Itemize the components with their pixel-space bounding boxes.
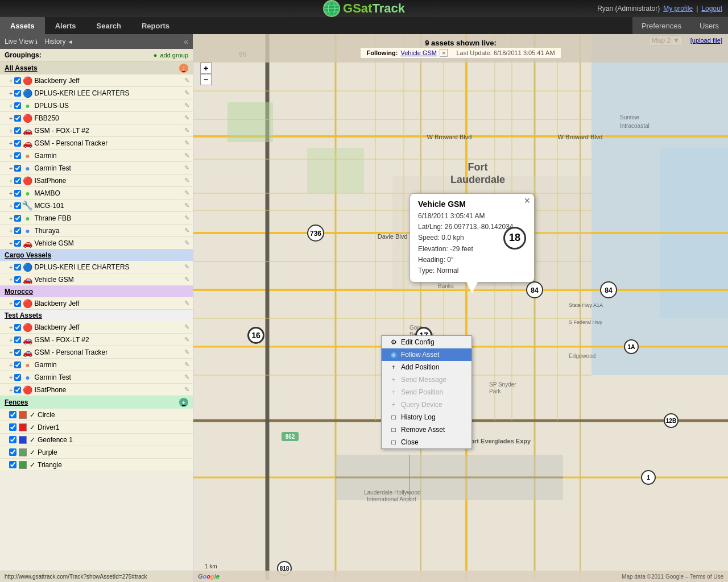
- history-button[interactable]: History ◄: [44, 38, 73, 45]
- asset-checkbox[interactable]: [14, 127, 21, 134]
- asset-mambo[interactable]: + ● MAMBO ✎: [0, 187, 193, 199]
- asset-checkbox[interactable]: [14, 140, 21, 147]
- asset-checkbox[interactable]: [14, 240, 21, 247]
- tab-search[interactable]: Search: [86, 17, 131, 34]
- edit-icon[interactable]: ✎: [184, 114, 189, 122]
- asset-checkbox[interactable]: [14, 102, 21, 109]
- edit-icon[interactable]: ✎: [184, 102, 189, 109]
- edit-icon[interactable]: ✎: [184, 89, 189, 97]
- group-header-test[interactable]: Test Assets: [0, 310, 193, 321]
- edit-icon[interactable]: ✎: [184, 386, 189, 393]
- tab-users[interactable]: Users: [690, 17, 728, 34]
- logout-link[interactable]: Logout: [701, 5, 722, 13]
- asset-checkbox[interactable]: [14, 165, 21, 172]
- edit-icon[interactable]: ✎: [184, 361, 189, 368]
- asset-checkbox[interactable]: [14, 336, 21, 343]
- asset-checkbox[interactable]: [14, 300, 21, 307]
- my-profile-link[interactable]: My profile: [663, 5, 693, 13]
- asset-checkbox[interactable]: [14, 177, 21, 184]
- fence-checkbox[interactable]: [9, 423, 16, 431]
- edit-icon[interactable]: ✎: [184, 152, 189, 159]
- fence-checkbox[interactable]: [9, 411, 16, 418]
- edit-icon[interactable]: ✎: [184, 214, 189, 222]
- asset-checkbox[interactable]: [14, 77, 21, 84]
- ctx-add-position[interactable]: + Add Position: [382, 361, 471, 373]
- fence-circle[interactable]: ✓ Circle ✎: [0, 409, 193, 421]
- ctx-close[interactable]: □ Close: [382, 436, 471, 448]
- asset-dplus-keri[interactable]: + 🔵 DPLUS-KERI LEE CHARTERS ✎: [0, 87, 193, 99]
- asset-isatphone[interactable]: + 🔴 ISatPhone ✎: [0, 174, 193, 187]
- edit-icon[interactable]: ✎: [184, 336, 189, 343]
- fence-checkbox[interactable]: [9, 448, 16, 456]
- group-header-fences[interactable]: Fences +: [0, 396, 193, 409]
- asset-checkbox[interactable]: [14, 202, 21, 209]
- edit-icon[interactable]: ✎: [184, 127, 189, 134]
- asset-checkbox[interactable]: [14, 374, 21, 381]
- asset-vehicle-gsm[interactable]: + 🚗 Vehicle GSM ✎: [0, 237, 193, 250]
- fence-purple[interactable]: ✓ Purple ✎: [0, 446, 193, 459]
- asset-checkbox[interactable]: [14, 190, 21, 197]
- zoom-in-button[interactable]: +: [200, 63, 212, 74]
- asset-checkbox[interactable]: [14, 215, 21, 222]
- following-asset-link[interactable]: Vehicle GSM: [400, 49, 437, 56]
- edit-icon[interactable]: ✎: [184, 373, 189, 381]
- asset-checkbox[interactable]: [14, 361, 21, 368]
- fences-expand-icon[interactable]: +: [179, 398, 188, 407]
- fence-driver1[interactable]: ✓ Driver1 ✎: [0, 421, 193, 434]
- ctx-remove-asset[interactable]: □ Remove Asset: [382, 423, 471, 436]
- ctx-history-log[interactable]: □ History Log: [382, 411, 471, 423]
- asset-fbb250[interactable]: + 🔴 FBB250 ✎: [0, 112, 193, 124]
- ctx-edit-config[interactable]: ⚙ Edit Config: [382, 336, 471, 348]
- fence-checkbox[interactable]: [9, 436, 16, 443]
- edit-icon[interactable]: ✎: [184, 164, 189, 172]
- test-gsm-fox[interactable]: + 🚗 GSM - FOX-LT #2 ✎: [0, 334, 193, 346]
- asset-garmin-test[interactable]: + ● Garmin Test ✎: [0, 162, 193, 174]
- test-gsm-personal[interactable]: + 🚗 GSM - Personal Tracker ✎: [0, 346, 193, 359]
- asset-thuraya[interactable]: + ● Thuraya ✎: [0, 225, 193, 237]
- edit-icon[interactable]: ✎: [184, 263, 189, 271]
- edit-icon[interactable]: ✎: [184, 227, 189, 234]
- tab-reports[interactable]: Reports: [131, 17, 180, 34]
- asset-gsm-fox[interactable]: + 🚗 GSM - FOX-LT #2 ✎: [0, 124, 193, 137]
- add-group-link[interactable]: ● add group: [154, 52, 188, 59]
- edit-icon[interactable]: ✎: [184, 177, 189, 184]
- test-isatphone[interactable]: + 🔴 ISatPhone ✎: [0, 384, 193, 396]
- asset-thrane[interactable]: + ● Thrane FBB ✎: [0, 212, 193, 225]
- edit-icon[interactable]: ✎: [184, 139, 189, 147]
- asset-checkbox[interactable]: [14, 227, 21, 234]
- asset-checkbox[interactable]: [14, 115, 21, 122]
- ctx-follow-asset[interactable]: ◉ Follow Asset: [382, 348, 471, 361]
- tab-assets[interactable]: Assets: [0, 17, 45, 34]
- asset-checkbox[interactable]: [14, 276, 21, 283]
- tab-preferences[interactable]: Preferences: [632, 17, 690, 34]
- map-marker-16[interactable]: 16: [247, 327, 264, 344]
- edit-icon[interactable]: ✎: [184, 239, 189, 247]
- map-area[interactable]: 736 736 84 84 1A 12B 1 Fort Lauderdale D…: [193, 34, 728, 582]
- asset-checkbox[interactable]: [14, 264, 21, 271]
- asset-checkbox[interactable]: [14, 324, 21, 331]
- tab-alerts[interactable]: Alerts: [45, 17, 86, 34]
- following-close-btn[interactable]: ×: [440, 49, 448, 57]
- group-expand-icon[interactable]: ↓: [179, 64, 188, 73]
- fence-checkbox[interactable]: [9, 461, 16, 468]
- asset-garmin[interactable]: + ● Garmin ✎: [0, 149, 193, 162]
- edit-icon[interactable]: ✎: [184, 276, 189, 283]
- edit-icon[interactable]: ✎: [184, 348, 189, 356]
- test-blackberry[interactable]: + 🔴 Blackberry Jeff ✎: [0, 321, 193, 334]
- collapse-sidebar-button[interactable]: «: [184, 37, 188, 46]
- group-header-all-assets[interactable]: All Assets ↓: [0, 62, 193, 74]
- edit-icon[interactable]: ✎: [184, 323, 189, 331]
- asset-checkbox[interactable]: [14, 90, 21, 97]
- asset-checkbox[interactable]: [14, 349, 21, 356]
- zoom-out-button[interactable]: −: [200, 74, 212, 85]
- fence-geofence1[interactable]: ✓ Geofence 1 ✎: [0, 434, 193, 446]
- asset-checkbox[interactable]: [14, 152, 21, 159]
- live-view-button[interactable]: Live View ℹ: [5, 38, 38, 45]
- group-header-cargo[interactable]: Cargo Vessels ✎: [0, 250, 193, 261]
- morocco-blackberry[interactable]: + 🔴 Blackberry Jeff ✎: [0, 297, 193, 310]
- asset-checkbox[interactable]: [14, 386, 21, 393]
- cargo-dplus-keri[interactable]: + 🔵 DPLUS-KERI LEE CHARTERS ✎: [0, 261, 193, 273]
- asset-gsm-personal[interactable]: + 🚗 GSM - Personal Tracker ✎: [0, 137, 193, 149]
- edit-icon[interactable]: ✎: [184, 202, 189, 209]
- test-garmin-test[interactable]: + ● Garmin Test ✎: [0, 371, 193, 384]
